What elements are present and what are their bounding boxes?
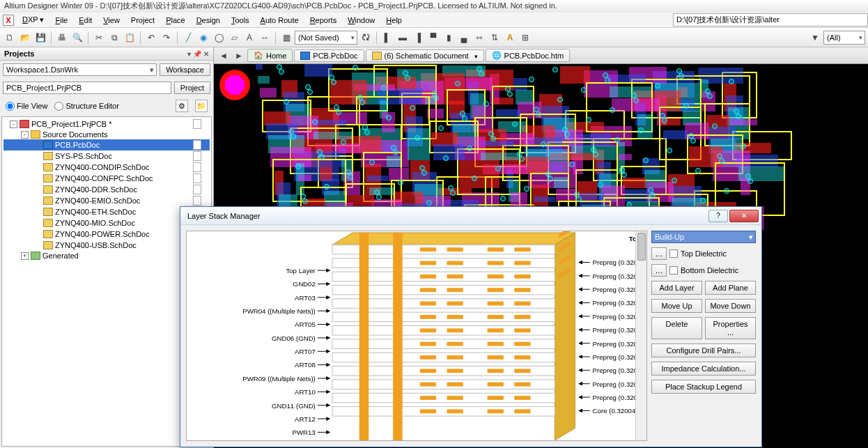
settings-icon[interactable]: ⚙ (176, 100, 188, 112)
move-up-button[interactable]: Move Up (651, 299, 702, 313)
delete-button[interactable]: Delete (651, 317, 702, 339)
drill-pairs-button[interactable]: Configure Drill Pairs... (651, 343, 756, 357)
tab-home[interactable]: 🏠 Home (247, 49, 293, 62)
radio-structure-editor[interactable]: Structure Editor (54, 102, 118, 111)
menu-autoroute[interactable]: Auto Route (255, 14, 304, 26)
dist-h-icon[interactable]: ⇿ (472, 31, 486, 45)
bot-dielectric-dots[interactable]: … (651, 264, 667, 277)
saved-combo[interactable]: (Not Saved) (295, 31, 357, 45)
pad-icon[interactable]: ◯ (212, 31, 226, 45)
dielectric-name: Prepreg (0.320 (593, 313, 637, 320)
menu-tools[interactable]: Tools (226, 14, 255, 26)
paste-icon[interactable]: 📋 (123, 31, 137, 45)
route-icon[interactable]: ╱ (181, 31, 195, 45)
copy-icon[interactable]: ⧉ (107, 31, 121, 45)
top-dielectric-check[interactable] (669, 249, 678, 258)
tree-item[interactable]: +Generated (3, 251, 210, 261)
dialog-titlebar[interactable]: Layer Stack Manager ? ✕ (180, 207, 761, 225)
tree-expand-icon[interactable]: - (21, 131, 29, 139)
menu-file[interactable]: File (49, 14, 73, 26)
tab-schematics[interactable]: (6) Schematic Document (366, 49, 484, 62)
move-down-button[interactable]: Move Down (705, 299, 756, 313)
tree-item[interactable]: ZYNQ400-MIO.SchDoc (3, 217, 210, 229)
tree-item[interactable]: -Source Documents (3, 130, 210, 139)
tree-item[interactable]: ZYNQ400-ETH.SchDoc (3, 206, 210, 217)
menu-reports[interactable]: Reports (304, 14, 343, 26)
project-input[interactable] (3, 82, 171, 94)
menu-design[interactable]: Design (191, 14, 226, 26)
tree-expand-icon[interactable]: + (21, 252, 29, 260)
sch-icon (43, 208, 53, 216)
align-left-icon[interactable]: ▌ (380, 31, 394, 45)
menu-help[interactable]: Help (380, 14, 408, 26)
redo-icon[interactable]: ↷ (160, 31, 173, 45)
open-icon[interactable]: 📂 (18, 31, 32, 45)
help-icon[interactable]: ? (708, 210, 728, 222)
sch-icon (43, 163, 53, 171)
filter-funnel-icon[interactable]: ▼ (808, 31, 822, 45)
nav-back-icon[interactable]: ◄ (217, 49, 231, 63)
refresh-icon[interactable]: 🗘 (359, 31, 373, 45)
grid-icon[interactable]: ▦ (279, 31, 293, 45)
tab-pcb[interactable]: PCB.PcbDoc (294, 49, 364, 62)
folder-icon[interactable]: 📁 (195, 100, 208, 112)
filter-combo[interactable]: (All) (823, 31, 865, 45)
tree-item[interactable]: ZYNQ400-POWER.SchDoc (3, 229, 210, 240)
dim-icon[interactable]: ↔ (258, 31, 272, 45)
svg-rect-59 (488, 369, 504, 373)
svg-rect-58 (447, 369, 463, 373)
project-button[interactable]: Project (174, 82, 210, 94)
impedance-button[interactable]: Impedance Calculation... (651, 362, 756, 376)
scrollbar-v[interactable] (635, 231, 646, 440)
print-icon[interactable]: 🖶 (55, 31, 69, 45)
tree-item[interactable]: PCB.PcbDoc (3, 139, 210, 150)
tree-item[interactable]: -PCB_Project1.PrjPCB * (3, 118, 210, 130)
add-layer-button[interactable]: Add Layer (651, 281, 702, 295)
align-top-icon[interactable]: ▀ (426, 31, 440, 45)
pin-icon[interactable]: ▾ 📌 ✕ (187, 50, 209, 58)
tree-expand-icon[interactable]: - (10, 121, 17, 128)
tree-item[interactable]: SYS-PS.SchDoc (3, 150, 210, 162)
new-icon[interactable]: 🗋 (3, 31, 17, 45)
add-plane-button[interactable]: Add Plane (705, 281, 756, 295)
buildup-combo[interactable]: Build-Up (651, 231, 756, 243)
layer-name: PWR04 ((Multiple Nets)) (242, 307, 316, 315)
top-dielectric-dots[interactable]: … (651, 247, 667, 260)
tree-item[interactable]: ZYNQ400-EMIO.SchDoc (3, 195, 210, 206)
preview-icon[interactable]: 🔍 (70, 31, 84, 45)
save-icon[interactable]: 💾 (33, 31, 47, 45)
align-v-icon[interactable]: ▮ (442, 31, 456, 45)
tree-item[interactable]: ZYNQ400-CONDIP.SchDoc (3, 162, 210, 173)
cut-icon[interactable]: ✂ (92, 31, 106, 45)
dist-v-icon[interactable]: ⇅ (488, 31, 502, 45)
text-icon[interactable]: A (242, 31, 256, 45)
menu-dxp[interactable]: DXP ▾ (17, 13, 49, 26)
path-box[interactable]: D:\[07]技术创新\设计资源\alter (673, 13, 868, 26)
properties-button[interactable]: Properties ... (705, 317, 756, 339)
close-icon[interactable]: ✕ (729, 210, 759, 222)
string-icon[interactable]: A (503, 31, 517, 45)
undo-icon[interactable]: ↶ (144, 31, 158, 45)
nav-fwd-icon[interactable]: ► (232, 49, 246, 63)
svg-rect-33 (420, 315, 436, 319)
radio-file-view[interactable]: File View (6, 102, 47, 111)
menu-edit[interactable]: Edit (73, 14, 98, 26)
stackup-legend-button[interactable]: Place Stackup Legend (651, 380, 756, 394)
align-right-icon[interactable]: ▐ (411, 31, 425, 45)
tree-item[interactable]: ZYNQ400-CONFPC.SchDoc (3, 173, 210, 184)
menu-project[interactable]: Project (125, 14, 160, 26)
comp-icon[interactable]: ⊞ (518, 31, 532, 45)
via-icon[interactable]: ◉ (196, 31, 210, 45)
tree-item[interactable]: ZYNQ400-DDR.SchDoc (3, 184, 210, 195)
bot-dielectric-check[interactable] (669, 266, 678, 275)
menu-view[interactable]: View (98, 14, 125, 26)
align-bot-icon[interactable]: ▄ (457, 31, 471, 45)
poly-icon[interactable]: ▱ (227, 31, 241, 45)
workspace-combo[interactable]: Workspace1.DsnWrk (3, 63, 157, 76)
menu-window[interactable]: Window (342, 14, 380, 26)
workspace-button[interactable]: Workspace (160, 63, 210, 76)
tree-item[interactable]: ZYNQ400-USB.SchDoc (3, 240, 210, 251)
menu-place[interactable]: Place (160, 14, 191, 26)
align-h-icon[interactable]: ▬ (396, 31, 410, 45)
tab-htm[interactable]: 🌐 PCB.PcbDoc.htm (486, 49, 571, 62)
